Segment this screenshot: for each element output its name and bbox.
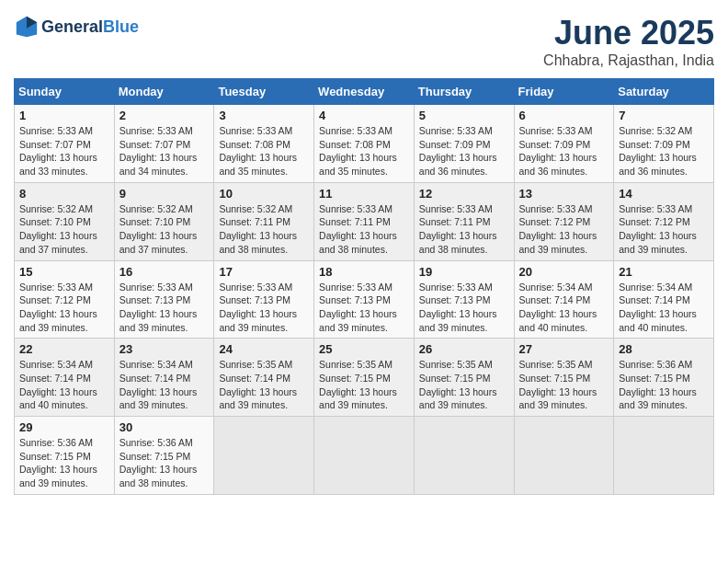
logo-icon bbox=[14, 14, 40, 40]
calendar-row: 8Sunrise: 5:32 AMSunset: 7:10 PMDaylight… bbox=[15, 182, 714, 260]
day-number: 18 bbox=[319, 265, 409, 279]
day-number: 6 bbox=[519, 109, 609, 122]
calendar-day-cell: 25Sunrise: 5:35 AMSunset: 7:15 PMDayligh… bbox=[314, 339, 415, 417]
day-detail: Sunrise: 5:33 AMSunset: 7:12 PMDaylight:… bbox=[19, 281, 109, 335]
day-detail: Sunrise: 5:33 AMSunset: 7:09 PMDaylight:… bbox=[419, 124, 509, 178]
calendar-row: 15Sunrise: 5:33 AMSunset: 7:12 PMDayligh… bbox=[15, 260, 714, 339]
calendar-day-cell: 18Sunrise: 5:33 AMSunset: 7:13 PMDayligh… bbox=[314, 260, 415, 339]
day-number: 7 bbox=[619, 109, 709, 122]
page-header: GeneralBlue June 2025 Chhabra, Rajasthan… bbox=[14, 14, 714, 69]
day-detail: Sunrise: 5:33 AMSunset: 7:12 PMDaylight:… bbox=[519, 202, 609, 257]
day-number: 2 bbox=[119, 109, 210, 122]
calendar-day-cell: 3Sunrise: 5:33 AMSunset: 7:08 PMDaylight… bbox=[214, 105, 314, 183]
calendar-row: 22Sunrise: 5:34 AMSunset: 7:14 PMDayligh… bbox=[15, 339, 714, 417]
day-detail: Sunrise: 5:33 AMSunset: 7:13 PMDaylight:… bbox=[119, 281, 210, 335]
calendar-day-cell: 26Sunrise: 5:35 AMSunset: 7:15 PMDayligh… bbox=[414, 339, 514, 417]
day-detail: Sunrise: 5:33 AMSunset: 7:13 PMDaylight:… bbox=[319, 281, 409, 335]
empty-cell bbox=[314, 417, 415, 495]
header-tuesday: Tuesday bbox=[214, 79, 314, 105]
day-number: 23 bbox=[119, 342, 210, 356]
month-year-title: June 2025 bbox=[543, 14, 714, 52]
weekday-header-row: Sunday Monday Tuesday Wednesday Thursday… bbox=[15, 79, 714, 105]
empty-cell bbox=[514, 417, 614, 495]
empty-cell bbox=[214, 417, 314, 495]
day-detail: Sunrise: 5:33 AMSunset: 7:13 PMDaylight:… bbox=[419, 281, 509, 335]
calendar-day-cell: 7Sunrise: 5:32 AMSunset: 7:09 PMDaylight… bbox=[614, 105, 714, 183]
day-number: 8 bbox=[19, 187, 109, 201]
day-number: 26 bbox=[419, 342, 509, 356]
day-number: 16 bbox=[119, 265, 210, 279]
day-number: 20 bbox=[519, 265, 609, 279]
day-number: 25 bbox=[319, 342, 409, 356]
day-number: 11 bbox=[319, 187, 409, 201]
day-number: 19 bbox=[419, 265, 509, 279]
calendar-row: 1Sunrise: 5:33 AMSunset: 7:07 PMDaylight… bbox=[15, 105, 714, 183]
day-detail: Sunrise: 5:33 AMSunset: 7:11 PMDaylight:… bbox=[319, 202, 409, 257]
day-number: 14 bbox=[619, 187, 709, 201]
header-wednesday: Wednesday bbox=[314, 79, 415, 105]
day-number: 3 bbox=[219, 109, 309, 122]
calendar-day-cell: 5Sunrise: 5:33 AMSunset: 7:09 PMDaylight… bbox=[414, 105, 514, 183]
calendar-day-cell: 23Sunrise: 5:34 AMSunset: 7:14 PMDayligh… bbox=[114, 339, 214, 417]
day-number: 10 bbox=[219, 187, 309, 201]
day-detail: Sunrise: 5:33 AMSunset: 7:12 PMDaylight:… bbox=[619, 202, 709, 257]
day-number: 9 bbox=[119, 187, 210, 201]
calendar-day-cell: 19Sunrise: 5:33 AMSunset: 7:13 PMDayligh… bbox=[414, 260, 514, 339]
day-detail: Sunrise: 5:36 AMSunset: 7:15 PMDaylight:… bbox=[119, 436, 210, 490]
day-number: 21 bbox=[619, 265, 709, 279]
calendar-day-cell: 12Sunrise: 5:33 AMSunset: 7:11 PMDayligh… bbox=[414, 182, 514, 260]
day-detail: Sunrise: 5:34 AMSunset: 7:14 PMDaylight:… bbox=[19, 358, 109, 412]
calendar-day-cell: 2Sunrise: 5:33 AMSunset: 7:07 PMDaylight… bbox=[114, 105, 214, 183]
day-detail: Sunrise: 5:36 AMSunset: 7:15 PMDaylight:… bbox=[19, 436, 109, 490]
header-monday: Monday bbox=[114, 79, 214, 105]
day-number: 15 bbox=[19, 265, 109, 279]
calendar-row: 29Sunrise: 5:36 AMSunset: 7:15 PMDayligh… bbox=[15, 417, 714, 495]
calendar-day-cell: 1Sunrise: 5:33 AMSunset: 7:07 PMDaylight… bbox=[15, 105, 115, 183]
calendar-day-cell: 22Sunrise: 5:34 AMSunset: 7:14 PMDayligh… bbox=[15, 339, 115, 417]
logo: GeneralBlue bbox=[14, 14, 139, 40]
calendar-day-cell: 10Sunrise: 5:32 AMSunset: 7:11 PMDayligh… bbox=[214, 182, 314, 260]
day-number: 13 bbox=[519, 187, 609, 201]
day-detail: Sunrise: 5:32 AMSunset: 7:11 PMDaylight:… bbox=[219, 202, 309, 257]
header-sunday: Sunday bbox=[15, 79, 115, 105]
calendar-day-cell: 4Sunrise: 5:33 AMSunset: 7:08 PMDaylight… bbox=[314, 105, 415, 183]
day-detail: Sunrise: 5:33 AMSunset: 7:11 PMDaylight:… bbox=[419, 202, 509, 257]
day-detail: Sunrise: 5:36 AMSunset: 7:15 PMDaylight:… bbox=[619, 358, 709, 412]
day-detail: Sunrise: 5:34 AMSunset: 7:14 PMDaylight:… bbox=[519, 281, 609, 335]
calendar-day-cell: 13Sunrise: 5:33 AMSunset: 7:12 PMDayligh… bbox=[514, 182, 614, 260]
day-detail: Sunrise: 5:33 AMSunset: 7:07 PMDaylight:… bbox=[19, 124, 109, 178]
title-block: June 2025 Chhabra, Rajasthan, India bbox=[543, 14, 714, 69]
day-number: 30 bbox=[119, 420, 210, 434]
day-detail: Sunrise: 5:32 AMSunset: 7:10 PMDaylight:… bbox=[119, 202, 210, 257]
day-number: 22 bbox=[19, 342, 109, 356]
header-friday: Friday bbox=[514, 79, 614, 105]
day-number: 4 bbox=[319, 109, 409, 122]
calendar-day-cell: 30Sunrise: 5:36 AMSunset: 7:15 PMDayligh… bbox=[114, 417, 214, 495]
calendar-day-cell: 28Sunrise: 5:36 AMSunset: 7:15 PMDayligh… bbox=[614, 339, 714, 417]
day-number: 5 bbox=[419, 109, 509, 122]
calendar-day-cell: 24Sunrise: 5:35 AMSunset: 7:14 PMDayligh… bbox=[214, 339, 314, 417]
header-saturday: Saturday bbox=[614, 79, 714, 105]
calendar-day-cell: 17Sunrise: 5:33 AMSunset: 7:13 PMDayligh… bbox=[214, 260, 314, 339]
day-detail: Sunrise: 5:33 AMSunset: 7:13 PMDaylight:… bbox=[219, 281, 309, 335]
day-detail: Sunrise: 5:35 AMSunset: 7:14 PMDaylight:… bbox=[219, 358, 309, 412]
day-detail: Sunrise: 5:33 AMSunset: 7:07 PMDaylight:… bbox=[119, 124, 210, 178]
day-number: 27 bbox=[519, 342, 609, 356]
day-detail: Sunrise: 5:34 AMSunset: 7:14 PMDaylight:… bbox=[119, 358, 210, 412]
calendar-day-cell: 16Sunrise: 5:33 AMSunset: 7:13 PMDayligh… bbox=[114, 260, 214, 339]
location-subtitle: Chhabra, Rajasthan, India bbox=[543, 52, 714, 69]
day-detail: Sunrise: 5:33 AMSunset: 7:09 PMDaylight:… bbox=[519, 124, 609, 178]
empty-cell bbox=[614, 417, 714, 495]
day-number: 1 bbox=[19, 109, 109, 122]
day-number: 17 bbox=[219, 265, 309, 279]
day-number: 29 bbox=[19, 420, 109, 434]
calendar-day-cell: 27Sunrise: 5:35 AMSunset: 7:15 PMDayligh… bbox=[514, 339, 614, 417]
day-detail: Sunrise: 5:32 AMSunset: 7:10 PMDaylight:… bbox=[19, 202, 109, 257]
calendar-table: Sunday Monday Tuesday Wednesday Thursday… bbox=[14, 78, 714, 495]
day-detail: Sunrise: 5:35 AMSunset: 7:15 PMDaylight:… bbox=[319, 358, 409, 412]
day-detail: Sunrise: 5:33 AMSunset: 7:08 PMDaylight:… bbox=[319, 124, 409, 178]
calendar-day-cell: 8Sunrise: 5:32 AMSunset: 7:10 PMDaylight… bbox=[15, 182, 115, 260]
day-number: 12 bbox=[419, 187, 509, 201]
day-number: 24 bbox=[219, 342, 309, 356]
day-number: 28 bbox=[619, 342, 709, 356]
